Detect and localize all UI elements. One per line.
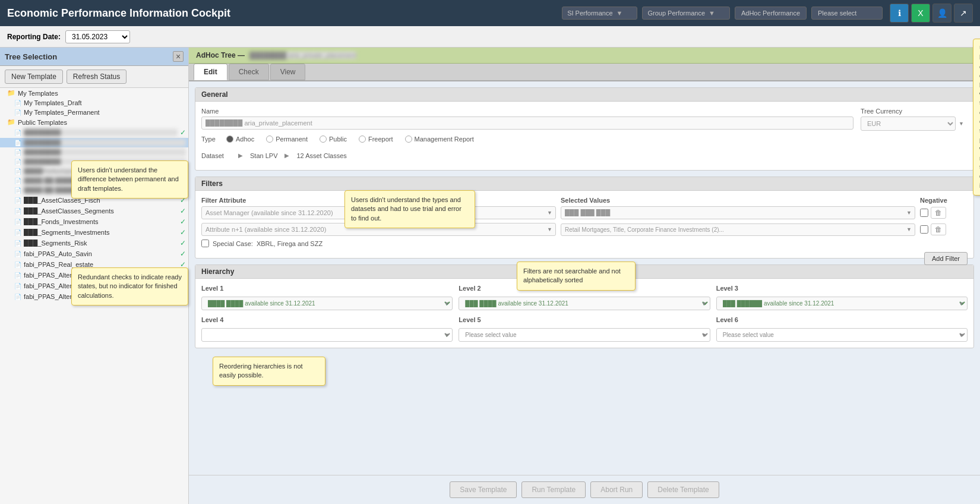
tabs-bar: Edit Check View [189, 64, 980, 81]
filter1-negative-checkbox[interactable] [920, 209, 928, 217]
tree-item-8[interactable]: 📄 ███_AssetClasses_Segments ✓ [0, 206, 188, 216]
tree-item-0[interactable]: 📄 ████████ ✓ [0, 127, 188, 138]
filter1-delete-button[interactable]: 🗑 [931, 207, 946, 219]
type-label: Type [201, 136, 219, 143]
tree-item-2[interactable]: 📄 ████████ [0, 147, 188, 157]
filter2-attr-select[interactable]: Attribute n+1 (available since 31.12.202… [201, 223, 556, 236]
filter2-val-wrap[interactable]: Retail Mortgages, Title, Corporate Finan… [561, 223, 915, 236]
special-case-value: XBRL, Firega and SZZ [257, 240, 323, 247]
level2-select-wrap[interactable]: ███ ████ available since 31.12.2021 ▼ [459, 297, 710, 310]
tab-edit[interactable]: Edit [194, 64, 227, 80]
level1-label: Level 1 [201, 285, 453, 292]
left-panel-header: Tree Selection × [0, 48, 188, 66]
file-icon: 📄 [14, 240, 21, 247]
hierarchy-section-body: Level 1 ████ ████ available since 31.12.… [195, 279, 973, 348]
filter2-negative-checkbox[interactable] [920, 225, 928, 234]
file-icon: 📄 [14, 178, 21, 184]
filter2-delete-button[interactable]: 🗑 [931, 223, 946, 235]
hierarchy-grid: Level 1 ████ ████ available since 31.12.… [201, 285, 968, 342]
please-select-input[interactable]: Please select [811, 7, 883, 20]
level4-select-wrap[interactable]: ▼ [201, 328, 453, 342]
type-adhoc[interactable]: Adhoc [226, 136, 254, 143]
filter2-attr-wrap[interactable]: Attribute n+1 (available since 31.12.202… [201, 223, 556, 236]
tree-item-draft[interactable]: 📄 My Templates_Draft [0, 98, 188, 108]
tree-item-12[interactable]: 📄 fabi_PPAS_Auto_Savin ✓ [0, 248, 188, 259]
adhoc-label: AdHoc Tree — [196, 51, 245, 59]
new-template-button[interactable]: New Template [5, 70, 63, 84]
main-layout: Tree Selection × New Template Refresh St… [0, 48, 980, 504]
type-public[interactable]: Public [320, 136, 347, 143]
special-case-checkbox[interactable] [201, 240, 209, 247]
level3-label: Level 3 [716, 285, 968, 292]
delete-template-button[interactable]: Delete Template [647, 481, 719, 498]
export-icon-button[interactable]: ↗ [954, 4, 973, 23]
right-panel: AdHoc Tree — ████████ aria_private_place… [189, 48, 980, 504]
tree-selection-title: Tree Selection [5, 52, 57, 61]
name-currency-row: Name Tree Currency EUR ▼ [201, 108, 968, 131]
reporting-date-select-wrap[interactable]: 31.05.2023 [65, 30, 130, 43]
tree-item-permanent[interactable]: 📄 My Templates_Permanent [0, 108, 188, 117]
level5-select-wrap[interactable]: Please select value ▼ [459, 328, 710, 342]
filter-col2-label: Selected Values [561, 197, 915, 204]
reporting-date-select[interactable]: 31.05.2023 [65, 30, 130, 43]
currency-group: Tree Currency EUR ▼ [861, 108, 968, 131]
level5-select[interactable]: Please select value [459, 328, 710, 342]
filter1-attr-select[interactable]: Asset Manager (available since 31.12.202… [201, 206, 556, 219]
bottom-buttons: Save Template Run Template Abort Run Del… [189, 475, 980, 504]
add-filter-button[interactable]: Add Filter [924, 252, 968, 265]
currency-select[interactable]: EUR [861, 116, 956, 131]
tree-item-9[interactable]: 📄 ███_Fonds_Investments ✓ [0, 216, 188, 227]
run-template-button[interactable]: Run Template [521, 481, 586, 498]
tree-label-0: ████████ [24, 129, 178, 136]
left-panel-close-button[interactable]: × [173, 51, 184, 62]
filter1-val-select[interactable]: ███ ███ ███ [561, 206, 915, 219]
group-performance-dropdown[interactable]: Group Performance ▼ [642, 7, 730, 20]
tree-group-public-templates[interactable]: 📁 Public Templates [0, 117, 188, 127]
type-management[interactable]: Management Report [405, 136, 474, 143]
info-icon-button[interactable]: ℹ [890, 4, 909, 23]
level3-select-wrap[interactable]: ███ ██████ available since 31.12.2021 ▼ [716, 297, 968, 310]
file-icon: 📄 [14, 208, 21, 215]
tree-label-12: fabi_PPAS_Auto_Savin [24, 250, 178, 257]
level6-select-wrap[interactable]: Please select value ▼ [716, 328, 968, 342]
file-icon: 📄 [14, 294, 21, 300]
adhoc-performance-input[interactable]: AdHoc Performance [735, 7, 807, 20]
level4-select[interactable] [201, 328, 453, 342]
refresh-status-button[interactable]: Refresh Status [67, 70, 127, 84]
hierarchy-col-2: Level 2 ███ ████ available since 31.12.2… [459, 285, 710, 310]
abort-run-button[interactable]: Abort Run [590, 481, 643, 498]
save-template-button[interactable]: Save Template [450, 481, 517, 498]
excel-icon-button[interactable]: X [911, 4, 930, 23]
tree-item-11[interactable]: 📄 ███_Segments_Risk ✓ [0, 238, 188, 248]
folder-icon: 📁 [7, 89, 15, 97]
general-section-body: Name Tree Currency EUR ▼ [195, 102, 973, 170]
tree-item-1[interactable]: 📄 ████████ [0, 138, 188, 147]
level1-select-wrap[interactable]: ████ ████ available since 31.12.2021 ▼ [201, 297, 453, 310]
user-icon-button[interactable]: 👤 [932, 4, 951, 23]
level3-select[interactable]: ███ ██████ available since 31.12.2021 [716, 297, 968, 310]
name-label: Name [201, 108, 853, 115]
filter2-val-select[interactable]: Retail Mortgages, Title, Corporate Finan… [561, 223, 915, 236]
tree-group-my-templates[interactable]: 📁 My Templates [0, 88, 188, 98]
type-freeport[interactable]: Freeport [359, 136, 393, 143]
filter-col1-label: Filter Attribute [201, 197, 556, 204]
type-permanent[interactable]: Permanent [266, 136, 308, 143]
type-permanent-label: Permanent [276, 136, 308, 143]
tab-view[interactable]: View [270, 64, 306, 80]
name-input[interactable] [201, 116, 853, 130]
tree-item-10[interactable]: 📄 ███_Segments_Investments ✓ [0, 227, 188, 238]
hierarchy-col-4: Level 4 ▼ [201, 316, 453, 342]
tab-check[interactable]: Check [229, 64, 269, 80]
level2-select[interactable]: ███ ████ available since 31.12.2021 [459, 297, 710, 310]
filter1-attr-wrap[interactable]: Asset Manager (available since 31.12.202… [201, 206, 556, 219]
currency-select-wrap[interactable]: EUR ▼ [861, 116, 968, 131]
my-templates-draft-label: My Templates_Draft [24, 99, 186, 106]
special-case-label: Special Case: [213, 240, 253, 247]
reporting-date-label: Reporting Date: [7, 33, 61, 41]
file-icon: 📄 [14, 229, 21, 236]
radio-permanent-icon [266, 136, 273, 143]
si-performance-dropdown[interactable]: SI Performance ▼ [562, 7, 637, 20]
level1-select[interactable]: ████ ████ available since 31.12.2021 [201, 297, 453, 310]
filter1-val-wrap[interactable]: ███ ███ ███ [561, 206, 915, 219]
level6-select[interactable]: Please select value [716, 328, 968, 342]
